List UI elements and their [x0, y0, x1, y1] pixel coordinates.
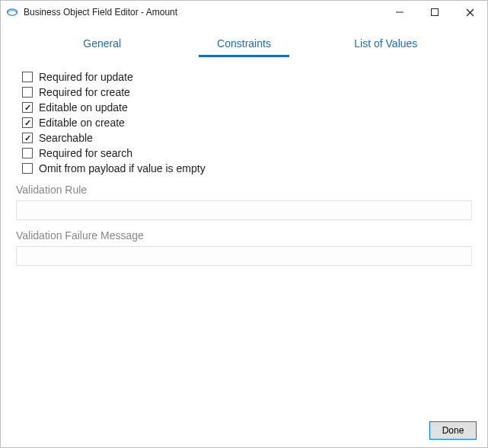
content-panel: Required for updateRequired for createEd…: [1, 57, 487, 414]
check-row: Searchable: [22, 132, 472, 144]
app-icon: [5, 5, 19, 19]
checkbox-label: Editable on update: [39, 101, 128, 114]
tabs-bar: General Constraints List of Values: [1, 24, 487, 57]
check-row: Required for create: [22, 86, 472, 98]
check-row: Required for update: [22, 71, 472, 83]
checkbox[interactable]: [22, 117, 33, 128]
tab-list-of-values[interactable]: List of Values: [315, 37, 457, 57]
check-row: Editable on create: [22, 117, 472, 129]
checkbox-label: Required for update: [39, 71, 133, 83]
checkbox-label: Required for create: [39, 86, 130, 98]
check-row: Required for search: [22, 147, 472, 159]
checkbox[interactable]: [22, 163, 33, 174]
checkbox-label: Searchable: [39, 132, 93, 144]
checkbox-label: Editable on create: [39, 117, 125, 129]
validation-failure-label: Validation Failure Message: [16, 229, 472, 242]
close-button[interactable]: [452, 1, 487, 24]
tab-constraints[interactable]: Constraints: [173, 37, 314, 57]
minimize-button[interactable]: [382, 1, 417, 24]
titlebar: Business Object Field Editor - Amount: [1, 1, 487, 24]
checkbox[interactable]: [22, 133, 33, 143]
check-row: Omit from payload if value is empty: [22, 162, 472, 174]
footer: Done: [1, 414, 487, 447]
checkbox[interactable]: [22, 72, 33, 82]
tab-general[interactable]: General: [31, 37, 173, 57]
svg-rect-2: [432, 9, 439, 16]
checkbox[interactable]: [22, 102, 33, 113]
maximize-button[interactable]: [417, 1, 452, 24]
window-title: Business Object Field Editor - Amount: [24, 7, 177, 18]
checkbox[interactable]: [22, 148, 33, 158]
done-button[interactable]: Done: [429, 421, 477, 440]
checkbox-label: Required for search: [39, 147, 132, 159]
validation-failure-input[interactable]: [16, 246, 472, 266]
validation-rule-input[interactable]: [16, 200, 472, 220]
checkbox-label: Omit from payload if value is empty: [39, 162, 206, 174]
validation-rule-label: Validation Rule: [16, 184, 472, 196]
checkbox[interactable]: [22, 87, 33, 98]
check-row: Editable on update: [22, 101, 472, 114]
